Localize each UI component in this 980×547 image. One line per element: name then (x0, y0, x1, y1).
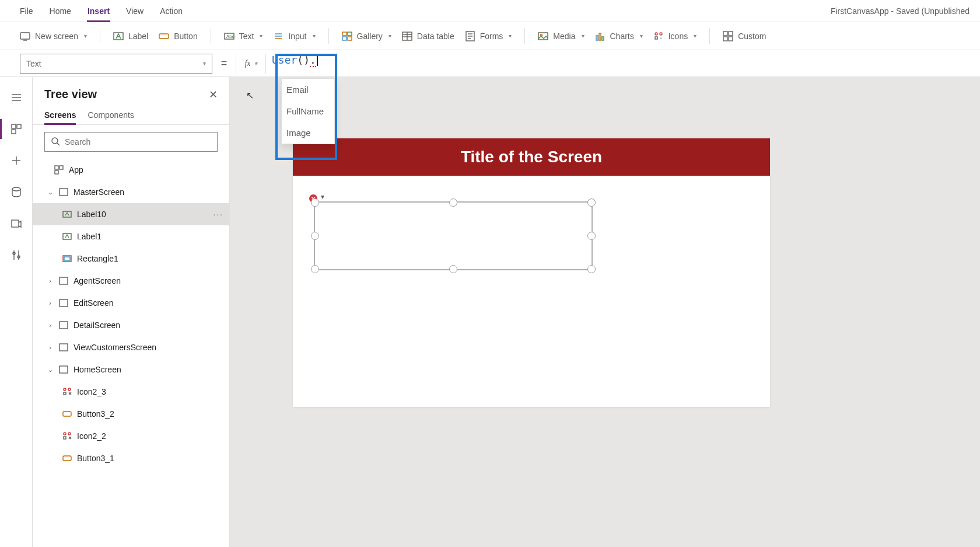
hamburger-icon[interactable] (10, 91, 23, 104)
tree-view-panel: Tree view ✕ Screens Components App ⌄ (33, 77, 230, 547)
datatable-button[interactable]: Data table (402, 31, 454, 41)
svg-point-26 (655, 33, 657, 35)
insert-icon[interactable] (10, 154, 23, 167)
expand-icon[interactable]: › (47, 322, 54, 329)
suggestion-email[interactable]: Email (282, 79, 334, 100)
button-icon (159, 31, 169, 41)
collapse-icon[interactable]: ⌄ (47, 189, 54, 196)
collapse-icon[interactable]: ⌄ (47, 366, 54, 374)
svg-rect-68 (63, 412, 71, 416)
resize-handle[interactable] (449, 265, 457, 273)
label-button[interactable]: Label (113, 31, 148, 41)
gallery-label: Gallery (357, 32, 383, 41)
svg-point-63 (64, 388, 66, 391)
expand-icon[interactable]: › (47, 344, 54, 351)
tree-node-label1[interactable]: Label1 (33, 225, 229, 248)
tree-node-button3-2[interactable]: Button3_2 (33, 403, 229, 425)
property-selector[interactable]: Text ▾ (20, 54, 212, 74)
input-icon (273, 31, 284, 41)
screen-icon (58, 276, 69, 286)
fx-button[interactable]: fx ▾ (236, 54, 266, 74)
tree-node-app[interactable]: App (33, 159, 229, 181)
menu-action[interactable]: Action (160, 0, 183, 22)
tab-components[interactable]: Components (88, 107, 134, 124)
media-dropdown[interactable]: Media ▾ (538, 31, 584, 41)
svg-rect-24 (599, 33, 601, 40)
label-text: Label (128, 32, 148, 41)
data-icon[interactable] (10, 186, 23, 198)
tree-label: Rectangle1 (77, 254, 118, 263)
svg-rect-38 (17, 124, 21, 128)
icons-dropdown[interactable]: + Icons ▾ (653, 31, 696, 41)
charts-dropdown[interactable]: Charts ▾ (595, 31, 643, 41)
resize-handle[interactable] (587, 265, 596, 273)
search-box[interactable] (44, 132, 218, 152)
menu-view[interactable]: View (126, 0, 144, 22)
chevron-down-icon: ▾ (640, 33, 643, 39)
tree-view-icon[interactable] (10, 123, 23, 135)
svg-rect-3 (159, 34, 169, 39)
tree-node-label10[interactable]: Label10 ··· (33, 203, 229, 225)
tree-node-rectangle1[interactable]: Rectangle1 (33, 248, 229, 270)
chevron-down-icon[interactable]: ▾ (321, 193, 324, 201)
selected-label-control[interactable]: ✕ ▾ (314, 201, 593, 270)
text-dropdown[interactable]: Abc Text ▾ (224, 31, 263, 41)
tree-node-button3-1[interactable]: Button3_1 (33, 447, 229, 469)
design-surface[interactable]: Title of the Screen ✕ ▾ (293, 138, 770, 407)
canvas-area[interactable]: ↖ Title of the Screen ✕ ▾ (230, 77, 980, 547)
gallery-dropdown[interactable]: Gallery ▾ (342, 31, 391, 41)
close-icon[interactable]: ✕ (209, 88, 218, 101)
media-rail-icon[interactable] (10, 217, 23, 230)
search-input[interactable] (65, 137, 211, 147)
menu-file[interactable]: File (20, 0, 33, 22)
separator (100, 28, 100, 44)
app-icon (54, 165, 64, 175)
tools-icon[interactable] (10, 249, 23, 262)
svg-rect-60 (60, 322, 68, 329)
svg-rect-71 (64, 437, 66, 439)
button-button[interactable]: Button (159, 31, 197, 41)
tree-node-icon2-3[interactable]: Icon2_3 (33, 381, 229, 403)
tree-label: Icon2_2 (77, 431, 106, 441)
suggestion-image[interactable]: Image (282, 122, 334, 144)
intellisense-popup: Email FullName Image (281, 78, 335, 144)
new-screen-button[interactable]: New screen ▾ (20, 31, 87, 41)
screen-title-text: Title of the Screen (461, 148, 602, 166)
tab-screens[interactable]: Screens (44, 107, 76, 124)
gallery-icon (342, 31, 352, 41)
resize-handle[interactable] (587, 232, 596, 240)
custom-dropdown[interactable]: Custom (723, 31, 766, 41)
charts-label: Charts (610, 32, 634, 41)
resize-handle[interactable] (311, 265, 319, 273)
resize-handle[interactable] (311, 198, 319, 207)
screen-icon (58, 342, 69, 353)
svg-rect-74 (63, 456, 71, 461)
tree-node-detailscreen[interactable]: › DetailScreen (33, 314, 229, 336)
tree-node-icon2-2[interactable]: Icon2_2 (33, 425, 229, 447)
svg-rect-61 (60, 344, 68, 351)
resize-handle[interactable] (449, 198, 457, 207)
tree-node-homescreen[interactable]: ⌄ HomeScreen (33, 358, 229, 381)
resize-handle[interactable] (311, 232, 319, 240)
expand-icon[interactable]: › (47, 277, 54, 284)
tree-node-viewcustomersscreen[interactable]: › ViewCustomersScreen (33, 336, 229, 358)
forms-dropdown[interactable]: Forms ▾ (465, 31, 512, 41)
tree-node-agentscreen[interactable]: › AgentScreen (33, 270, 229, 292)
expand-icon[interactable]: › (47, 299, 54, 306)
menu-home[interactable]: Home (50, 0, 71, 22)
formula-input[interactable]: User(). (266, 54, 980, 74)
menu-insert[interactable]: Insert (88, 0, 110, 22)
svg-point-69 (64, 433, 66, 435)
input-dropdown[interactable]: Input ▾ (273, 31, 315, 41)
suggestion-fullname[interactable]: FullName (282, 100, 334, 122)
custom-label: Custom (738, 32, 766, 41)
input-label: Input (288, 32, 306, 41)
tree-node-masterscreen[interactable]: ⌄ MasterScreen (33, 181, 229, 203)
more-icon[interactable]: ··· (213, 210, 223, 219)
forms-icon (465, 31, 475, 41)
resize-handle[interactable] (587, 198, 596, 207)
forms-label: Forms (480, 32, 503, 41)
tree-node-editscreen[interactable]: › EditScreen (33, 292, 229, 314)
tree-list: App ⌄ MasterScreen Label10 ··· Label1 Re… (33, 159, 229, 547)
screen-icon (58, 187, 69, 197)
